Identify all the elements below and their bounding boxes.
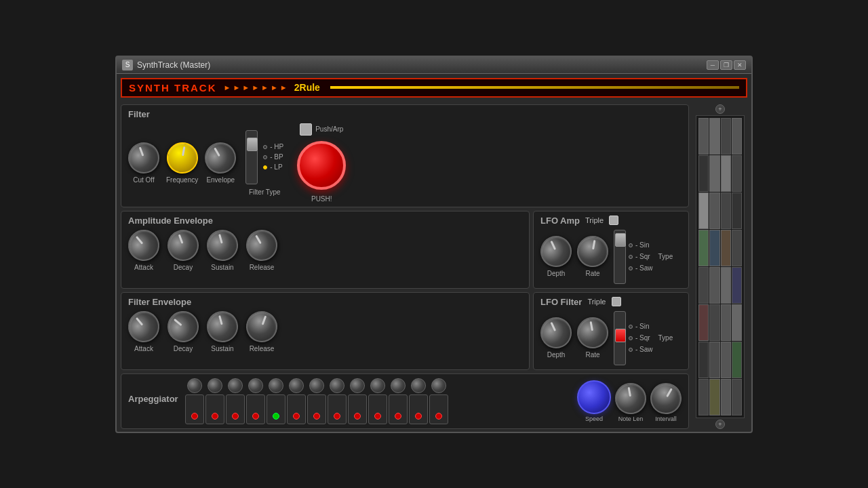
seq-cell[interactable] — [709, 155, 719, 192]
filter-slider-thumb[interactable] — [247, 138, 258, 151]
lfo-filter-slider[interactable] — [614, 311, 626, 365]
lfo-amp-rate-knob[interactable] — [574, 233, 610, 269]
arp-knob-2[interactable] — [208, 378, 222, 393]
seq-cell[interactable] — [732, 155, 742, 192]
seq-cell[interactable] — [698, 192, 709, 229]
seq-cell[interactable] — [721, 155, 731, 192]
seq-cell[interactable] — [721, 304, 731, 341]
seq-cell[interactable] — [698, 342, 709, 378]
close-button[interactable]: ✕ — [734, 60, 746, 70]
lfo-amp-sin[interactable]: - Sin — [629, 241, 653, 249]
seq-cell[interactable] — [721, 230, 731, 266]
filter-envelope-knob[interactable] — [199, 136, 242, 179]
arp-knob-7[interactable] — [309, 378, 324, 393]
frequency-knob[interactable] — [164, 140, 200, 176]
seq-cell[interactable] — [732, 379, 742, 415]
seq-cell[interactable] — [698, 267, 709, 304]
arp-step-btn-11[interactable] — [389, 394, 408, 424]
lp-option[interactable]: - LP — [263, 163, 283, 171]
arp-speed-knob[interactable] — [577, 380, 611, 414]
fenv-decay-knob[interactable] — [161, 304, 205, 348]
arp-knob-13[interactable] — [431, 378, 446, 393]
seq-cell[interactable] — [709, 379, 719, 415]
seq-cell[interactable] — [732, 118, 742, 155]
arp-knob-3[interactable] — [228, 378, 243, 393]
arp-interval-knob[interactable] — [645, 377, 688, 420]
seq-cell[interactable] — [721, 118, 731, 155]
filter-type-slider[interactable] — [245, 130, 258, 184]
arp-knob-10[interactable] — [370, 378, 385, 393]
arrow-btn-3[interactable]: ► — [242, 83, 250, 92]
seq-cell[interactable] — [732, 342, 742, 378]
hp-option[interactable]: - HP — [263, 143, 283, 150]
arp-knob-4[interactable] — [248, 378, 263, 393]
seq-cell[interactable] — [732, 192, 742, 229]
seq-cell[interactable] — [698, 118, 709, 155]
seq-cell[interactable] — [709, 118, 719, 155]
arp-notelen-knob[interactable] — [612, 380, 648, 416]
arp-step-btn-6[interactable] — [287, 394, 306, 424]
arp-step-btn-9[interactable] — [348, 394, 367, 424]
arrow-btn-5[interactable]: ► — [261, 83, 269, 92]
seq-cell[interactable] — [698, 230, 709, 266]
arrow-btn-6[interactable]: ► — [271, 83, 278, 92]
lfo-amp-depth-knob[interactable] — [535, 230, 576, 272]
cutoff-knob[interactable] — [124, 138, 164, 178]
nav-down-arrow[interactable]: + — [715, 420, 725, 429]
arp-step-btn-8[interactable] — [328, 394, 347, 424]
seq-cell[interactable] — [709, 342, 719, 378]
lfo-filter-check[interactable] — [612, 297, 621, 306]
arp-knob-11[interactable] — [391, 378, 406, 393]
arrow-btn-1[interactable]: ► — [224, 83, 231, 92]
arrow-btn-2[interactable]: ► — [233, 83, 240, 92]
lfo-filter-sin[interactable]: - Sin — [629, 323, 653, 330]
seq-cell[interactable] — [721, 342, 731, 378]
arp-step-btn-3[interactable] — [226, 394, 245, 424]
seq-cell[interactable] — [721, 267, 731, 304]
arp-step-btn-5[interactable] — [267, 394, 285, 424]
arp-knob-1[interactable] — [187, 378, 202, 393]
seq-cell[interactable] — [732, 267, 742, 304]
fenv-release-knob[interactable] — [242, 306, 282, 346]
arp-knob-6[interactable] — [289, 378, 304, 393]
push-arp-button[interactable] — [300, 123, 312, 136]
lfo-filter-sqr[interactable]: - Sqr — [629, 334, 653, 342]
seq-cell[interactable] — [709, 267, 719, 304]
lfo-filter-depth-knob[interactable] — [535, 312, 576, 353]
amp-decay-knob[interactable] — [163, 225, 203, 265]
seq-cell[interactable] — [709, 192, 719, 229]
fenv-sustain-knob[interactable] — [203, 307, 241, 345]
bp-option[interactable]: - BP — [263, 153, 283, 161]
amp-attack-knob[interactable] — [122, 223, 166, 267]
arp-step-btn-13[interactable] — [429, 394, 448, 424]
arp-step-btn-1[interactable] — [185, 394, 204, 424]
arp-knob-8[interactable] — [330, 378, 344, 393]
seq-cell[interactable] — [732, 230, 742, 266]
lfo-amp-sqr[interactable]: - Sqr — [629, 253, 653, 260]
arp-knob-5[interactable] — [269, 378, 283, 393]
lfo-amp-saw[interactable]: - Saw — [629, 264, 653, 272]
fenv-attack-knob[interactable] — [122, 304, 166, 348]
arp-knob-12[interactable] — [411, 378, 426, 393]
lfo-filter-slider-thumb[interactable] — [615, 329, 626, 342]
nav-up-arrow[interactable]: + — [715, 104, 725, 114]
push-button[interactable] — [297, 141, 346, 190]
arp-knob-9[interactable] — [350, 378, 365, 393]
seq-cell[interactable] — [721, 192, 731, 229]
lfo-amp-check[interactable] — [609, 216, 618, 225]
seq-cell[interactable] — [698, 304, 709, 341]
seq-cell[interactable] — [709, 230, 719, 266]
seq-cell[interactable] — [721, 379, 731, 415]
arrow-btn-4[interactable]: ► — [252, 83, 259, 92]
arp-step-btn-4[interactable] — [246, 394, 265, 424]
restore-button[interactable]: ❐ — [720, 60, 732, 70]
arp-step-btn-2[interactable] — [205, 394, 224, 424]
arrow-btn-7[interactable]: ► — [280, 83, 288, 92]
arp-step-btn-12[interactable] — [409, 394, 428, 424]
minimize-button[interactable]: ─ — [707, 60, 719, 70]
seq-cell[interactable] — [698, 155, 709, 192]
seq-cell[interactable] — [732, 304, 742, 341]
arp-step-btn-10[interactable] — [368, 394, 387, 424]
lfo-filter-rate-knob[interactable] — [574, 314, 610, 350]
seq-cell[interactable] — [709, 304, 719, 341]
